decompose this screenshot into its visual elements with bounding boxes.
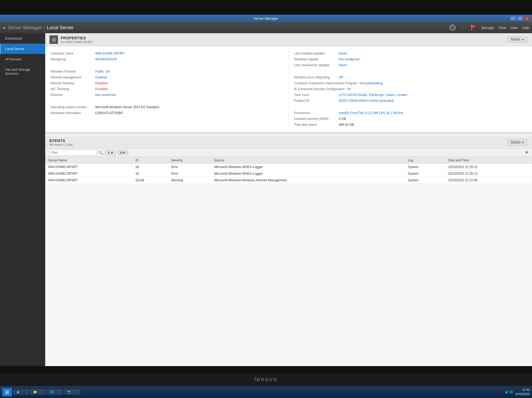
back-button[interactable]: ◂ [3, 25, 5, 31]
filter-error-button[interactable]: ⚠ ▼ [105, 150, 116, 155]
prop-gap-1 [51, 62, 283, 69]
properties-tasks-button[interactable]: TASKS ▼ [507, 36, 528, 43]
window-title: Server Manager [253, 16, 278, 20]
events-header: EVENTS All events | 3 total TASKS ▼ [45, 136, 532, 149]
minimize-button[interactable]: — [510, 16, 516, 20]
sidebar-item-all-servers[interactable]: All Servers [0, 54, 45, 64]
sidebar-item-dashboard[interactable]: Dashboard [0, 33, 45, 44]
sidebar-dashboard-label: Dashboard [5, 36, 22, 40]
screen: Server Manager — □ ✕ ◂ Server Manager ▸ … [0, 15, 532, 366]
main-panel: 🖥 PROPERTIES For WIN-53HMCJ0P3RT TASKS ▼ [45, 33, 532, 366]
taskbar-item-0[interactable]: 🖥 [13, 389, 29, 395]
section-divider [45, 132, 532, 134]
properties-title: PROPERTIES [61, 36, 93, 40]
prop-workgroup: Workgroup WORKGROUP [51, 56, 283, 62]
cell-log: System [405, 164, 445, 170]
cell-server-name: WIN-53HMCJ0P3RT [45, 170, 133, 177]
scroll-down-icon[interactable]: ▼ [525, 150, 529, 155]
clock-date: 23/10/2022 [515, 392, 530, 396]
tools-menu[interactable]: Tools [498, 26, 506, 30]
taskbar-icon-3: 📷 [67, 390, 71, 394]
prop-ie-security: IE Enhanced Security Configuration On [294, 86, 527, 92]
taskbar-icon-0: 🖥 [16, 391, 19, 394]
events-tasks-dropdown-icon: ▼ [522, 141, 524, 144]
taskbar-item-1[interactable]: 📁 [30, 389, 46, 395]
sidebar-file-storage-label: File and Storage Services [5, 68, 40, 76]
events-section: EVENTS All events | 3 total TASKS ▼ 🔍 [45, 136, 532, 184]
error-filter-dropdown-icon: ▼ [111, 151, 113, 154]
taskbar-item-3[interactable]: 📷 [64, 389, 80, 395]
cell-log: System [405, 170, 445, 177]
source-filter-dropdown-icon: ▼ [123, 151, 126, 154]
breadcrumb: Server Manager ▸ Local Server [8, 25, 447, 31]
toolbar-right: ↻ | 🚩 Manage Tools View Help [449, 24, 529, 31]
events-filter-input[interactable] [48, 150, 96, 156]
cell-server-name: WIN-53HMCJ0P3RT [45, 164, 133, 170]
properties-left-column: Computer name WIN-53HMCJ0P3RT Workgroup … [51, 51, 289, 128]
view-menu[interactable]: View [510, 26, 518, 30]
cell-severity: Error [168, 164, 211, 170]
manage-menu[interactable]: Manage [481, 26, 494, 30]
col-id: ID [132, 157, 168, 164]
flag-icon[interactable]: 🚩 [471, 24, 477, 31]
search-icon: 🔍 [98, 150, 103, 155]
breadcrumb-current: Local Server [47, 25, 74, 31]
prop-computer-name: Computer name WIN-53HMCJ0P3RT [51, 51, 283, 56]
properties-title-block: PROPERTIES For WIN-53HMCJ0P3RT [61, 36, 93, 44]
prop-os-version: Operating system version Microsoft Windo… [51, 104, 283, 110]
events-tasks-button[interactable]: TASKS ▼ [507, 139, 528, 146]
lenovo-bar: lenovo [0, 373, 532, 386]
lenovo-brand: lenovo [254, 376, 278, 383]
properties-right-column: Last installed updates Never Windows Upd… [289, 51, 527, 128]
maximize-button[interactable]: □ [517, 16, 523, 20]
prop-disk: Total disk space 465.42 GB [294, 122, 527, 128]
col-severity: Severity [168, 157, 211, 164]
filter-source-button[interactable]: H ▼ [118, 150, 128, 155]
server-icon: 🖥 [49, 35, 58, 44]
col-datetime: Date and Time [445, 157, 532, 164]
taskbar-icon-1: 📁 [33, 390, 37, 394]
prop-nic-teaming: NIC Teaming Disabled [51, 86, 283, 92]
prop-product-id: Product ID 00252-70000-00000-AA535 (acti… [294, 98, 527, 104]
chevron-right-icon: ▸ [40, 70, 41, 73]
col-source: Source [211, 157, 405, 164]
taskbar: ⊞ 🖥 📁 🌐 📷 🔊 🌐 21:42 23/10/2022 [0, 386, 532, 398]
toolbar: ◂ Server Manager ▸ Local Server ↻ | 🚩 Ma… [0, 22, 532, 33]
sidebar-item-file-storage[interactable]: File and Storage Services ▸ [0, 64, 45, 79]
close-button[interactable]: ✕ [524, 16, 530, 20]
properties-header: 🖥 PROPERTIES For WIN-53HMCJ0P3RT TASKS ▼ [45, 33, 532, 46]
refresh-icon[interactable]: ↻ [449, 24, 456, 31]
events-filter-bar: 🔍 ⚠ ▼ H ▼ ▼ [45, 149, 532, 157]
table-row[interactable]: WIN-53HMCJ0P3RT 10149 Warning Microsoft-… [45, 177, 532, 184]
prop-processors: Processors Intel(R) Core(TM) i3-3110M CP… [294, 110, 527, 116]
cell-id: 10149 [132, 177, 168, 184]
prop-windows-update: Windows Update Not configured [294, 56, 527, 62]
prop-remote-management: Remote management Enabled [51, 74, 283, 80]
properties-header-left: 🖥 PROPERTIES For WIN-53HMCJ0P3RT [49, 35, 93, 44]
cell-source: Microsoft-Windows-Windows Remote Managem… [211, 177, 405, 184]
events-title-block: EVENTS All events | 3 total [49, 139, 73, 146]
prop-gap-right-1 [294, 68, 527, 74]
prop-ceip: Customer Experience Improvement Program … [294, 80, 527, 86]
cell-log: System [405, 177, 445, 184]
help-menu[interactable]: Help [522, 26, 529, 30]
properties-subtitle: For WIN-53HMCJ0P3RT [61, 40, 93, 44]
cell-datetime: 23/10/2022 21:25:13 [445, 164, 532, 170]
cell-datetime: 23/10/2022 21:25:13 [445, 170, 532, 177]
col-log: Log [405, 157, 445, 164]
taskbar-item-2[interactable]: 🌐 [47, 389, 63, 395]
start-button[interactable]: ⊞ [2, 388, 12, 396]
tasks-dropdown-arrow-icon: ▼ [522, 38, 524, 41]
cell-datetime: 23/10/2022 21:22:40 [445, 177, 532, 184]
content-area: Dashboard Local Server All Servers File … [0, 33, 532, 366]
properties-grid: Computer name WIN-53HMCJ0P3RT Workgroup … [45, 46, 532, 132]
prop-last-checked: Last checked for updates Never [294, 62, 527, 68]
table-row[interactable]: WIN-53HMCJ0P3RT 18 Error Microsoft-Windo… [45, 164, 532, 170]
sidebar-item-local-server[interactable]: Local Server [0, 44, 45, 54]
cell-severity: Warning [168, 177, 211, 184]
table-row[interactable]: WIN-53HMCJ0P3RT 18 Error Microsoft-Windo… [45, 170, 532, 177]
prop-gap-2 [51, 98, 283, 104]
events-count: All events | 3 total [49, 143, 73, 146]
laptop-bezel: Server Manager — □ ✕ ◂ Server Manager ▸ … [0, 0, 532, 398]
system-tray-icons: 🔊 🌐 [505, 390, 513, 394]
